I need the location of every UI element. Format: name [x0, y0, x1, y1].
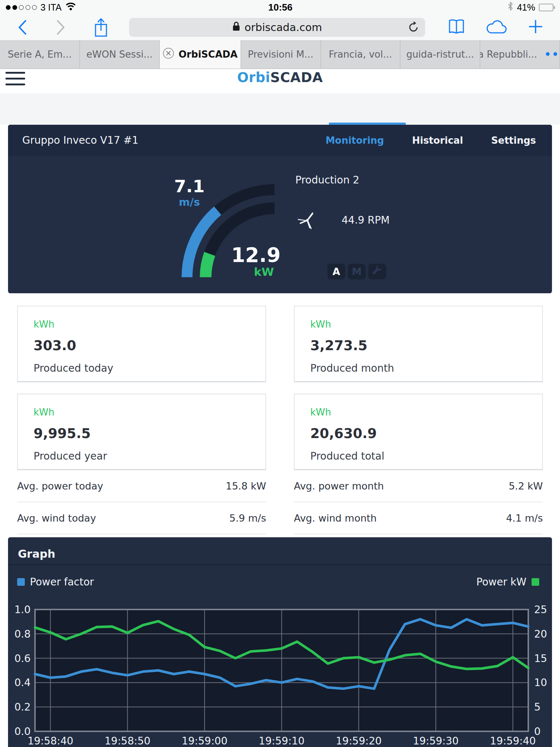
monitor-panel-header: Gruppo Inveco V17 #1 Monitoring Historic…	[8, 125, 552, 156]
legend-swatch-power-factor	[17, 578, 25, 586]
card-produced-today: kWh 303.0 Produced today	[17, 306, 266, 382]
tab-historical[interactable]: Historical	[412, 135, 463, 146]
ios-status-bar: 3 ITA 10:56 41%	[0, 0, 560, 15]
svg-text:25: 25	[534, 604, 547, 616]
stat-avg-power-month: Avg. power month5.2 kW	[294, 470, 543, 502]
card-produced-total: kWh 20,630.9 Produced total	[294, 394, 543, 470]
gauge-section: 7.1 m/s 12.9 kW Production 2 44.	[8, 156, 552, 293]
stat-avg-wind-today: Avg. wind today5.9 m/s	[17, 502, 266, 534]
card-produced-year: kWh 9,995.5 Produced year	[17, 394, 266, 470]
browser-toolbar: orbiscada.com	[0, 15, 560, 40]
wifi-icon	[65, 2, 76, 13]
tab-settings[interactable]: Settings	[491, 135, 536, 146]
legend-label-power-kw: Power kW	[477, 576, 526, 588]
lock-icon	[232, 21, 240, 34]
device-title: Gruppo Inveco V17 #1	[22, 134, 139, 146]
share-icon[interactable]	[93, 17, 109, 38]
browser-tab[interactable]: Francia, vol...	[321, 40, 401, 69]
graph-panel: Graph Power factor Power kW 0.00.20.40.6…	[8, 537, 552, 747]
mode-service-button[interactable]	[368, 264, 386, 279]
site-header: OrbiSCADA	[0, 69, 560, 93]
url-text: orbiscada.com	[245, 21, 322, 34]
browser-tab-active[interactable]: OrbiSCADA	[160, 40, 241, 69]
svg-text:0.4: 0.4	[14, 677, 31, 689]
svg-text:15: 15	[534, 653, 547, 665]
monitor-panel: Gruppo Inveco V17 #1 Monitoring Historic…	[8, 125, 552, 293]
line-chart: 0.00.20.40.60.81.0051015202519:58:4019:5…	[8, 595, 552, 747]
legend-label-power-factor: Power factor	[30, 576, 94, 588]
stat-avg-wind-month: Avg. wind month4.1 m/s	[294, 502, 543, 534]
divider	[8, 564, 552, 565]
mode-auto-button[interactable]: A	[327, 264, 345, 279]
kpi-cards: kWh 303.0 Produced today kWh 3,273.5 Pro…	[17, 306, 543, 470]
svg-text:19:59:40: 19:59:40	[490, 735, 536, 747]
power-unit: kW	[218, 265, 310, 278]
stat-avg-power-today: Avg. power today15.8 kW	[17, 470, 266, 502]
mode-buttons: A M	[327, 264, 386, 279]
tabs-book-icon[interactable]	[448, 19, 465, 36]
card-produced-month: kWh 3,273.5 Produced month	[294, 306, 543, 382]
new-tab-icon[interactable]	[528, 19, 543, 36]
carrier-label: 3 ITA	[40, 2, 62, 13]
svg-text:19:59:10: 19:59:10	[259, 735, 305, 747]
averages: Avg. power today15.8 kW Avg. power month…	[17, 470, 543, 534]
svg-text:19:58:40: 19:58:40	[27, 735, 73, 747]
battery-percent: 41%	[517, 2, 535, 13]
battery-icon	[539, 4, 555, 11]
page-background-band	[0, 93, 560, 125]
wrench-icon	[372, 265, 383, 278]
browser-tab[interactable]: guida-ristrut...	[400, 40, 480, 69]
clock: 10:56	[159, 2, 402, 13]
reload-icon[interactable]	[408, 22, 419, 36]
browser-tab[interactable]: La Repubbli... •••	[480, 40, 560, 69]
mode-manual-button[interactable]: M	[348, 264, 366, 279]
browser-tab-bar: Serie A, Em... eWON Sessi... OrbiSCADA P…	[0, 40, 560, 69]
svg-text:5: 5	[534, 701, 541, 713]
svg-text:10: 10	[534, 677, 547, 689]
production-label: Production 2	[295, 174, 359, 186]
svg-text:0.8: 0.8	[14, 628, 31, 640]
power-value: 12.9	[210, 243, 302, 267]
cloud-icon[interactable]	[486, 19, 508, 36]
svg-text:20: 20	[534, 628, 547, 640]
site-logo: OrbiSCADA	[0, 70, 560, 85]
tab-monitoring[interactable]: Monitoring	[326, 135, 384, 146]
browser-tab[interactable]: Previsioni M...	[241, 40, 321, 69]
svg-text:19:59:30: 19:59:30	[413, 735, 459, 747]
svg-text:19:59:00: 19:59:00	[182, 735, 228, 747]
wind-speed-value: 7.1	[161, 176, 218, 196]
svg-text:0.2: 0.2	[14, 701, 31, 713]
svg-text:0.6: 0.6	[14, 653, 31, 665]
svg-text:1.0: 1.0	[14, 604, 31, 616]
wind-turbine-icon	[296, 209, 319, 233]
browser-tab[interactable]: eWON Sessi...	[80, 40, 160, 69]
wind-speed-unit: m/s	[161, 196, 218, 208]
signal-dots-icon	[6, 5, 37, 10]
forward-icon[interactable]	[56, 19, 66, 35]
address-bar[interactable]: orbiscada.com	[129, 18, 425, 37]
rpm-value: 44.9 RPM	[342, 214, 390, 226]
browser-tab[interactable]: Serie A, Em...	[0, 40, 80, 69]
legend-swatch-power-kw	[532, 578, 539, 586]
chart-legend: Power factor Power kW	[17, 576, 539, 588]
svg-text:19:59:20: 19:59:20	[336, 735, 382, 747]
svg-text:19:58:50: 19:58:50	[105, 735, 151, 747]
close-tab-icon[interactable]	[163, 47, 174, 61]
graph-title: Graph	[8, 537, 552, 564]
tab-overflow-dots[interactable]: •••	[544, 49, 560, 61]
bluetooth-icon	[508, 1, 513, 13]
back-icon[interactable]	[18, 19, 27, 35]
